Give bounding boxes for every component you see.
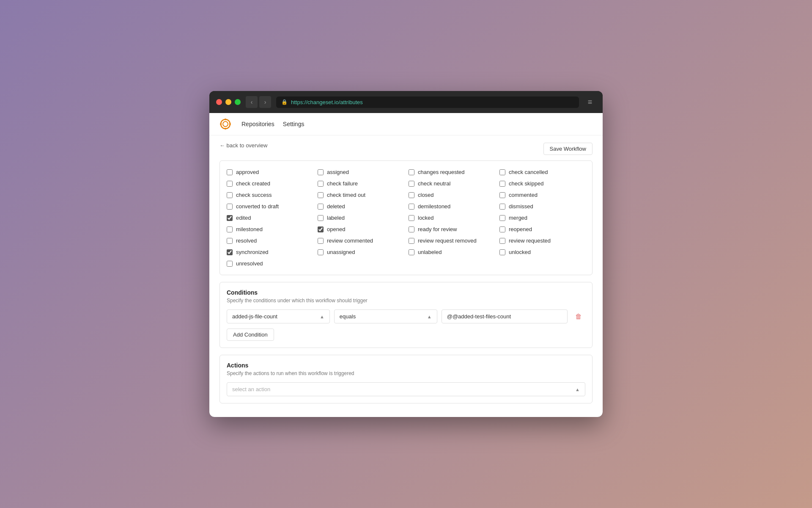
checkbox-input[interactable] [499,215,505,221]
checkbox-item[interactable]: reopened [499,225,585,234]
checkbox-item[interactable]: edited [227,213,313,222]
checkbox-item[interactable]: milestoned [227,225,313,234]
actions-title: Actions [227,362,585,369]
checkbox-label: locked [418,215,434,221]
checkbox-item[interactable]: ready for review [409,225,494,234]
checkbox-item[interactable]: check failure [318,179,403,188]
checkbox-item[interactable]: synchronized [227,248,313,257]
checkbox-input[interactable] [318,192,324,198]
checkbox-item[interactable]: demilestoned [409,202,494,211]
checkbox-item[interactable]: unassigned [318,248,403,257]
checkbox-label: changes requested [418,169,465,175]
action-chevron: ▲ [575,387,580,392]
svg-point-0 [221,119,230,129]
checkbox-item[interactable]: check cancelled [499,168,585,177]
checkbox-label: merged [509,215,527,221]
checkbox-item[interactable]: changes requested [409,168,494,177]
checkbox-input[interactable] [227,226,233,232]
checkbox-input[interactable] [409,215,414,221]
checkbox-input[interactable] [227,204,233,210]
checkbox-input[interactable] [499,238,505,244]
checkbox-input[interactable] [227,261,233,267]
checkbox-input[interactable] [318,238,324,244]
checkbox-label: check timed out [327,192,365,198]
nav-settings[interactable]: Settings [283,121,304,127]
checkbox-input[interactable] [227,215,233,221]
checkbox-input[interactable] [409,249,414,255]
checkbox-input[interactable] [409,169,414,175]
checkbox-item[interactable]: assigned [318,168,403,177]
checkbox-input[interactable] [318,169,324,175]
checkbox-input[interactable] [318,181,324,187]
nav-repositories[interactable]: Repositories [241,121,274,127]
checkbox-input[interactable] [409,192,414,198]
checkbox-item[interactable]: check neutral [409,179,494,188]
checkbox-item[interactable]: merged [499,213,585,222]
checkbox-item[interactable]: opened [318,225,403,234]
back-link[interactable]: ← back to overview [219,142,267,149]
checkbox-input[interactable] [499,192,505,198]
condition-field-select[interactable]: added-js-file-count ▲ [227,309,330,323]
checkbox-item[interactable]: review requested [499,236,585,245]
checkbox-item[interactable]: check skipped [499,179,585,188]
action-select[interactable]: select an action ▲ [227,382,585,396]
checkbox-label: edited [236,215,251,221]
checkbox-input[interactable] [318,215,324,221]
checkbox-item[interactable]: check timed out [318,190,403,199]
checkbox-input[interactable] [227,181,233,187]
checkbox-item[interactable]: unresolved [227,259,313,268]
checkbox-input[interactable] [499,249,505,255]
condition-value-field[interactable]: @@added-test-files-count [442,309,568,323]
traffic-light-minimize[interactable] [225,99,231,105]
checkbox-label: dismissed [509,203,533,210]
checkbox-item[interactable]: locked [409,213,494,222]
checkbox-input[interactable] [499,169,505,175]
forward-button[interactable]: › [259,96,271,108]
checkbox-input[interactable] [227,169,233,175]
traffic-light-close[interactable] [216,99,222,105]
checkbox-input[interactable] [499,204,505,210]
address-bar[interactable]: 🔒 https://changeset.io/attributes [276,97,579,108]
checkbox-item[interactable]: converted to draft [227,202,313,211]
add-condition-button[interactable]: Add Condition [227,329,274,341]
traffic-light-maximize[interactable] [235,99,241,105]
checkbox-input[interactable] [499,226,505,232]
url-text: https://changeset.io/attributes [291,99,363,105]
checkbox-label: opened [327,226,345,232]
checkbox-item[interactable]: unlabeled [409,248,494,257]
checkbox-input[interactable] [227,238,233,244]
browser-content: Repositories Settings ← back to overview… [209,113,603,417]
checkbox-input[interactable] [318,249,324,255]
checkbox-input[interactable] [227,192,233,198]
back-button[interactable]: ‹ [246,96,258,108]
checkbox-label: check skipped [509,180,543,187]
checkbox-item[interactable]: check success [227,190,313,199]
save-workflow-button[interactable]: Save Workflow [543,143,593,155]
delete-condition-button[interactable]: 🗑 [572,310,585,323]
menu-button[interactable]: ≡ [584,96,596,108]
checkbox-input[interactable] [409,204,414,210]
checkbox-label: reopened [509,226,532,232]
checkbox-item[interactable]: closed [409,190,494,199]
checkbox-item[interactable]: dismissed [499,202,585,211]
checkbox-input[interactable] [318,204,324,210]
checkbox-item[interactable]: commented [499,190,585,199]
checkbox-item[interactable]: review request removed [409,236,494,245]
checkbox-item[interactable]: labeled [318,213,403,222]
checkbox-input[interactable] [409,181,414,187]
checkbox-item[interactable]: check created [227,179,313,188]
checkbox-item[interactable]: deleted [318,202,403,211]
checkbox-input[interactable] [499,181,505,187]
checkbox-input[interactable] [409,226,414,232]
browser-chrome: ‹ › 🔒 https://changeset.io/attributes ≡ [209,91,603,113]
checkbox-input[interactable] [227,249,233,255]
checkbox-input[interactable] [409,238,414,244]
checkbox-item[interactable]: unlocked [499,248,585,257]
checkbox-input[interactable] [318,226,324,232]
checkbox-item[interactable]: resolved [227,236,313,245]
browser-window: ‹ › 🔒 https://changeset.io/attributes ≡ … [209,91,603,417]
condition-operator-select[interactable]: equals ▲ [334,309,437,323]
checkbox-item[interactable]: approved [227,168,313,177]
checkbox-label: closed [418,192,434,198]
checkbox-item[interactable]: review commented [318,236,403,245]
